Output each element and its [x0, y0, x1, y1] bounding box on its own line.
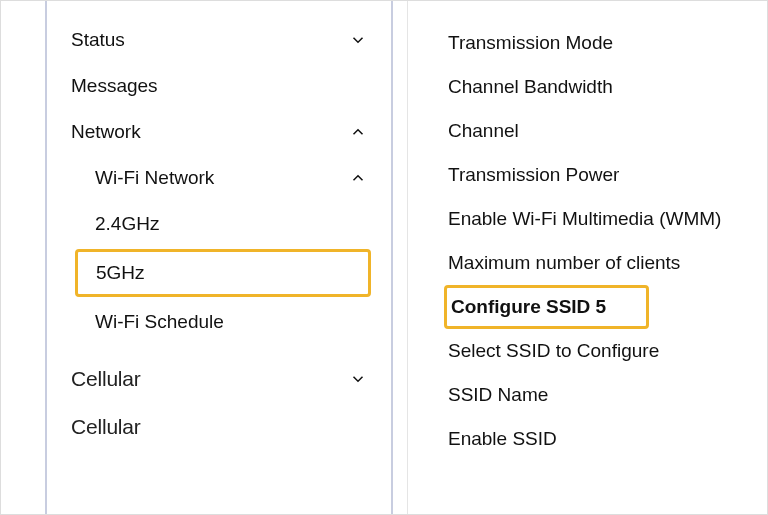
setting-enable-ssid-label: Enable SSID	[448, 428, 557, 449]
nav-cellular-1-label: Cellular	[71, 367, 141, 391]
setting-max-clients[interactable]: Maximum number of clients	[448, 241, 767, 285]
nav-messages-label: Messages	[71, 75, 158, 97]
nav-wifi-network-label: Wi-Fi Network	[95, 167, 214, 189]
nav-cellular-1[interactable]: Cellular	[47, 355, 391, 403]
setting-ssid-name-label: SSID Name	[448, 384, 548, 405]
setting-channel-label: Channel	[448, 120, 519, 141]
chevron-up-icon	[349, 169, 367, 187]
setting-transmission-power-label: Transmission Power	[448, 164, 619, 185]
nav-band-24ghz[interactable]: 2.4GHz	[47, 201, 391, 247]
setting-select-ssid[interactable]: Select SSID to Configure	[448, 329, 767, 373]
setting-transmission-power[interactable]: Transmission Power	[448, 153, 767, 197]
nav-messages[interactable]: Messages	[47, 63, 391, 109]
nav-wifi-schedule-label: Wi-Fi Schedule	[95, 311, 224, 332]
setting-enable-ssid[interactable]: Enable SSID	[448, 417, 767, 461]
setting-select-ssid-label: Select SSID to Configure	[448, 340, 659, 361]
setting-channel[interactable]: Channel	[448, 109, 767, 153]
setting-enable-wmm-label: Enable Wi-Fi Multimedia (WMM)	[448, 208, 721, 229]
nav-band-24ghz-label: 2.4GHz	[95, 213, 159, 234]
setting-transmission-mode[interactable]: Transmission Mode	[448, 21, 767, 65]
setting-transmission-mode-label: Transmission Mode	[448, 32, 613, 53]
nav-band-5ghz[interactable]: 5GHz	[78, 252, 368, 294]
highlight-5ghz: 5GHz	[75, 249, 371, 297]
nav-status[interactable]: Status	[47, 17, 391, 63]
setting-ssid-name[interactable]: SSID Name	[448, 373, 767, 417]
nav-network[interactable]: Network	[47, 109, 391, 155]
chevron-up-icon	[349, 123, 367, 141]
nav-cellular-2-label: Cellular	[71, 415, 141, 439]
chevron-down-icon	[349, 31, 367, 49]
highlight-configure-ssid: Configure SSID 5	[444, 285, 649, 329]
nav-band-5ghz-label: 5GHz	[96, 262, 145, 283]
nav-status-label: Status	[71, 29, 125, 51]
settings-panel: Transmission Mode Channel Bandwidth Chan…	[407, 1, 767, 514]
setting-channel-bandwidth[interactable]: Channel Bandwidth	[448, 65, 767, 109]
setting-max-clients-label: Maximum number of clients	[448, 252, 680, 273]
nav-cellular-2[interactable]: Cellular	[47, 403, 391, 451]
nav-network-label: Network	[71, 121, 141, 143]
nav-wifi-network[interactable]: Wi-Fi Network	[47, 155, 391, 201]
setting-channel-bandwidth-label: Channel Bandwidth	[448, 76, 613, 97]
sidebar-nav: Status Messages Network Wi-Fi Network 2.…	[45, 1, 393, 514]
nav-wifi-schedule[interactable]: Wi-Fi Schedule	[47, 299, 391, 345]
setting-configure-ssid-label: Configure SSID 5	[451, 296, 606, 317]
setting-enable-wmm[interactable]: Enable Wi-Fi Multimedia (WMM)	[448, 197, 767, 241]
setting-configure-ssid[interactable]: Configure SSID 5	[447, 294, 606, 320]
chevron-down-icon	[349, 370, 367, 388]
